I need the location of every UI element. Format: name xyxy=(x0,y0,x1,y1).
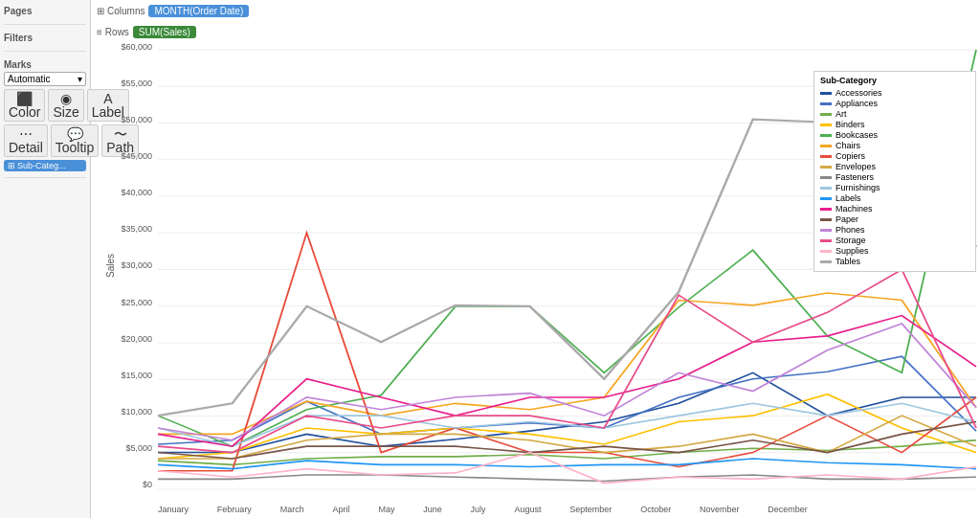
x-label-apr: April xyxy=(333,505,350,514)
x-label-mar: March xyxy=(280,505,304,514)
legend-item-chairs: Chairs xyxy=(820,141,969,150)
line-appliances xyxy=(158,356,976,444)
legend-color-phones xyxy=(820,229,832,232)
legend-item-labels: Labels xyxy=(820,193,969,203)
y-label-10000: $10,000 xyxy=(121,407,152,417)
rows-pill[interactable]: SUM(Sales) xyxy=(133,26,196,38)
y-label-5000: $5,000 xyxy=(125,443,152,453)
y-axis: $60,000 $55,000 $50,000 $45,000 $40,000 … xyxy=(91,42,156,489)
color-icon: ⬛ xyxy=(16,92,33,105)
legend-item-tables: Tables xyxy=(820,257,969,266)
x-label-oct: October xyxy=(640,505,671,514)
y-label-25000: $25,000 xyxy=(121,298,152,307)
tooltip-icon: 💬 xyxy=(67,127,83,141)
marks-icons-row2: ⋯ Detail 💬 Tooltip 〜 Path xyxy=(4,124,86,157)
x-label-aug: August xyxy=(514,505,541,514)
legend-color-chairs xyxy=(820,145,832,147)
filters-title: Filters xyxy=(4,33,86,43)
legend-item-accessories: Accessories xyxy=(820,88,969,98)
detail-button[interactable]: ⋯ Detail xyxy=(4,124,48,157)
columns-row: ⊞ Columns MONTH(Order Date) xyxy=(91,0,980,21)
rows-icon: ≡ xyxy=(97,27,102,37)
marks-title: Marks xyxy=(4,59,86,70)
y-label-55000: $55,000 xyxy=(121,79,152,88)
marks-section: Marks Automatic ▾ ⬛ Color ◉ Size A Label… xyxy=(4,59,86,178)
y-label-60000: $60,000 xyxy=(121,42,152,52)
filters-section: Filters xyxy=(4,33,86,52)
legend-color-machines xyxy=(820,208,832,211)
columns-label: ⊞ Columns xyxy=(97,6,145,16)
legend-item-binders: Binders xyxy=(820,120,969,129)
y-label-15000: $15,000 xyxy=(121,371,152,380)
legend-color-paper xyxy=(820,218,832,221)
rows-row: ≡ Rows SUM(Sales) xyxy=(91,21,980,42)
legend-item-bookcases: Bookcases xyxy=(820,130,969,140)
legend-color-supplies xyxy=(820,250,832,253)
legend-item-copiers: Copiers xyxy=(820,151,969,161)
legend-color-storage xyxy=(820,239,832,242)
legend-item-machines: Machines xyxy=(820,204,969,214)
size-button[interactable]: ◉ Size xyxy=(48,89,83,122)
legend-color-envelopes xyxy=(820,166,832,169)
y-label-45000: $45,000 xyxy=(121,151,152,161)
legend-item-furnishings: Furnishings xyxy=(820,183,969,192)
pages-title: Pages xyxy=(4,6,86,16)
sub-category-pill[interactable]: ⊞ Sub-Categ... xyxy=(4,160,86,171)
legend-color-tables xyxy=(820,260,832,263)
legend-item-supplies: Supplies xyxy=(820,246,969,256)
left-panel: Pages Filters Marks Automatic ▾ ⬛ Color … xyxy=(0,0,91,518)
legend-item-storage: Storage xyxy=(820,236,969,245)
pages-section: Pages xyxy=(4,6,86,25)
legend-item-envelopes: Envelopes xyxy=(820,162,969,171)
y-label-0: $0 xyxy=(143,480,152,489)
legend-color-appliances xyxy=(820,102,832,105)
y-label-20000: $20,000 xyxy=(121,334,152,344)
legend-color-binders xyxy=(820,124,832,126)
x-label-jan: January xyxy=(158,505,189,514)
legend-color-furnishings xyxy=(820,187,832,190)
legend-color-bookcases xyxy=(820,134,832,137)
marks-type-dropdown[interactable]: Automatic ▾ xyxy=(4,72,86,86)
legend-color-art xyxy=(820,113,832,116)
legend-item-appliances: Appliances xyxy=(820,99,969,108)
y-label-30000: $30,000 xyxy=(121,260,152,270)
x-axis: January February March April May June Ju… xyxy=(158,505,808,514)
x-label-may: May xyxy=(378,505,394,514)
x-label-jul: July xyxy=(471,505,486,514)
y-label-50000: $50,000 xyxy=(121,115,152,124)
marks-icons-row: ⬛ Color ◉ Size A Label xyxy=(4,89,86,122)
legend-color-accessories xyxy=(820,92,832,95)
rows-label: ≡ Rows xyxy=(97,27,129,37)
legend-color-copiers xyxy=(820,155,832,158)
columns-icon: ⊞ xyxy=(97,6,104,16)
legend-item-phones: Phones xyxy=(820,225,969,235)
detail-icon: ⋯ xyxy=(19,127,33,141)
right-area: ⊞ Columns MONTH(Order Date) ≡ Rows SUM(S… xyxy=(91,0,980,518)
color-button[interactable]: ⬛ Color xyxy=(4,89,45,122)
chevron-down-icon: ▾ xyxy=(78,74,82,84)
columns-pill[interactable]: MONTH(Order Date) xyxy=(148,5,249,17)
legend: Sub-Category Accessories Appliances Art … xyxy=(813,71,976,272)
legend-item-paper: Paper xyxy=(820,214,969,224)
legend-color-labels xyxy=(820,197,832,200)
table-icon: ⊞ xyxy=(8,161,15,170)
legend-title: Sub-Category xyxy=(820,76,969,85)
x-label-sep: September xyxy=(569,505,612,514)
y-label-35000: $35,000 xyxy=(121,224,152,234)
size-icon: ◉ xyxy=(60,92,72,105)
legend-color-fasteners xyxy=(820,176,832,179)
legend-item-fasteners: Fasteners xyxy=(820,172,969,182)
y-label-40000: $40,000 xyxy=(121,188,152,197)
x-label-nov: November xyxy=(700,505,740,514)
x-label-dec: December xyxy=(768,505,808,514)
x-label-feb: February xyxy=(217,505,252,514)
chart-area: Sales $60,000 $55,000 $50,000 $45,000 $4… xyxy=(91,42,980,518)
legend-item-art: Art xyxy=(820,109,969,119)
x-label-jun: June xyxy=(423,505,442,514)
